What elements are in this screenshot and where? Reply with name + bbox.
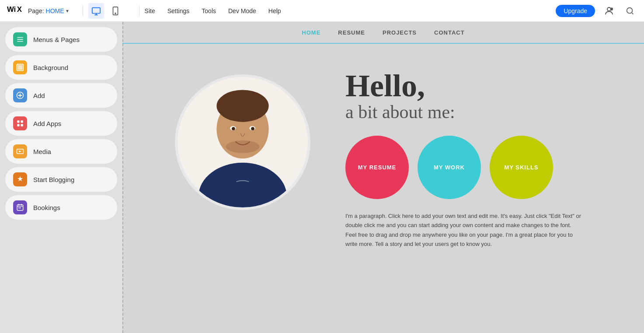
- sidebar-label-bookings: Bookings: [33, 204, 60, 211]
- sidebar-label-start-blogging: Start Blogging: [33, 176, 74, 183]
- svg-point-33: [251, 127, 254, 130]
- svg-rect-3: [92, 7, 100, 13]
- site-nav-contact[interactable]: CONTACT: [434, 29, 465, 36]
- mobile-view-button[interactable]: [108, 3, 123, 19]
- page-chevron-icon: ▾: [66, 8, 69, 14]
- menu-icon: [13, 32, 27, 46]
- blog-icon: [13, 172, 27, 186]
- svg-point-28: [216, 90, 268, 122]
- work-button[interactable]: MY WORK: [418, 136, 481, 199]
- site-preview: HOME RESUME PROJECTS CONTACT: [122, 22, 644, 333]
- circle-buttons: MY RESUME MY WORK MY SKILLS: [345, 136, 618, 199]
- nav-devmode[interactable]: Dev Mode: [228, 7, 256, 14]
- nav-site[interactable]: Site: [145, 7, 155, 14]
- svg-rect-14: [18, 65, 23, 70]
- content-area: HOME RESUME PROJECTS CONTACT: [122, 22, 644, 333]
- svg-rect-16: [17, 120, 19, 123]
- avatar: [175, 74, 310, 210]
- skills-button[interactable]: MY SKILLS: [490, 136, 553, 199]
- nav-tools[interactable]: Tools: [202, 7, 216, 14]
- sidebar-item-start-blogging[interactable]: Start Blogging: [5, 167, 117, 192]
- sidebar-item-menus-pages[interactable]: Menus & Pages: [5, 27, 117, 52]
- svg-rect-9: [17, 37, 23, 38]
- add-icon: [13, 88, 27, 102]
- background-icon: [13, 60, 27, 74]
- svg-point-29: [226, 140, 260, 153]
- site-nav-home[interactable]: HOME: [302, 29, 320, 36]
- sidebar-item-add-apps[interactable]: Add Apps: [5, 111, 117, 136]
- nav-help[interactable]: Help: [268, 7, 281, 14]
- bookings-icon: [13, 200, 27, 214]
- page-selector[interactable]: Page: HOME ▾: [28, 7, 69, 14]
- site-hero: Hello, a bit about me: MY RESUME MY WORK…: [122, 44, 644, 333]
- svg-rect-10: [17, 39, 23, 40]
- svg-rect-18: [17, 124, 19, 126]
- media-icon: [13, 144, 27, 158]
- topbar: W i X Page: HOME ▾ Site Settings Tool: [0, 0, 644, 22]
- sidebar-item-media[interactable]: Media: [5, 139, 117, 164]
- svg-rect-17: [21, 120, 23, 123]
- svg-point-32: [232, 127, 235, 130]
- sidebar: Menus & Pages Background Add: [0, 22, 122, 333]
- main-layout: Menus & Pages Background Add: [0, 22, 644, 333]
- svg-text:X: X: [17, 5, 22, 14]
- sidebar-label-menus-pages: Menus & Pages: [33, 36, 80, 43]
- hero-text: Hello, a bit about me: MY RESUME MY WORK…: [345, 61, 618, 249]
- wix-logo: W i X: [7, 4, 28, 18]
- desktop-view-button[interactable]: [88, 3, 104, 19]
- svg-rect-23: [20, 207, 21, 208]
- sidebar-item-background[interactable]: Background: [5, 55, 117, 80]
- topbar-actions: Upgrade: [556, 4, 637, 18]
- svg-point-5: [115, 13, 116, 14]
- apps-icon: [13, 116, 27, 130]
- search-button[interactable]: [623, 4, 637, 18]
- resume-button[interactable]: MY RESUME: [345, 136, 409, 199]
- page-label: Page:: [28, 7, 44, 14]
- sidebar-label-media: Media: [33, 148, 51, 155]
- svg-rect-11: [17, 41, 23, 42]
- svg-text:i: i: [14, 5, 16, 14]
- topbar-divider-2: [139, 6, 139, 16]
- site-nav: HOME RESUME PROJECTS CONTACT: [122, 22, 644, 44]
- topbar-divider: [83, 6, 83, 16]
- site-paragraph[interactable]: I'm a paragraph. Click here to add your …: [345, 211, 581, 249]
- topbar-nav: Site Settings Tools Dev Mode Help: [145, 7, 556, 14]
- sidebar-label-add-apps: Add Apps: [33, 120, 61, 127]
- about-subtitle: a bit about me:: [345, 102, 618, 123]
- svg-point-6: [607, 7, 611, 11]
- avatar-image: [178, 74, 308, 207]
- svg-text:W: W: [7, 5, 14, 14]
- nav-settings[interactable]: Settings: [167, 7, 190, 14]
- upgrade-button[interactable]: Upgrade: [556, 5, 595, 17]
- svg-rect-19: [21, 124, 23, 126]
- device-switcher: [88, 3, 123, 19]
- site-nav-resume[interactable]: RESUME: [338, 29, 365, 36]
- dashed-divider: [122, 22, 123, 333]
- sidebar-item-add[interactable]: Add: [5, 83, 117, 108]
- svg-rect-22: [18, 207, 19, 208]
- account-button[interactable]: [602, 4, 616, 18]
- sidebar-label-background: Background: [33, 64, 68, 71]
- page-name: HOME: [46, 7, 64, 14]
- sidebar-label-add: Add: [33, 92, 45, 99]
- site-nav-projects[interactable]: PROJECTS: [383, 29, 417, 36]
- sidebar-item-bookings[interactable]: Bookings: [5, 195, 117, 220]
- hello-heading: Hello,: [345, 70, 618, 102]
- svg-point-8: [627, 7, 633, 13]
